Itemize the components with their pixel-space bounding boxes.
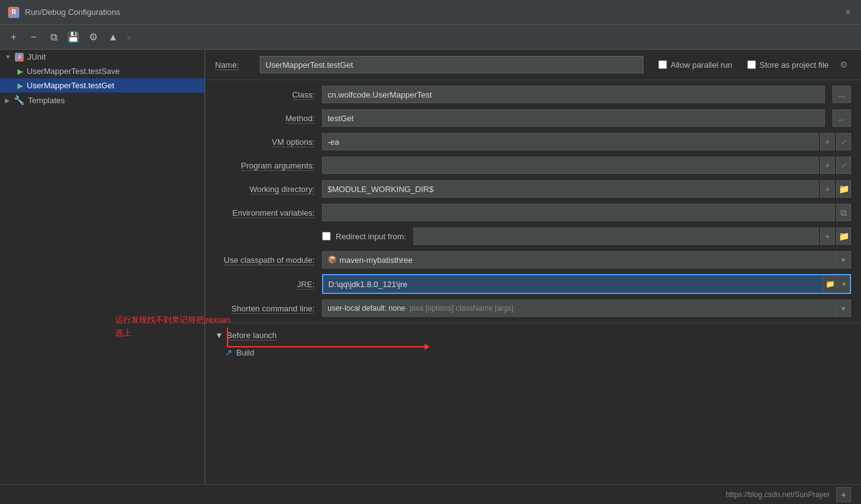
vm-options-input[interactable] [322,133,819,150]
method-row: Method: ... [215,109,851,127]
shorten-cmd-value: user-local default: none - java [options… [322,300,836,317]
program-args-add-button[interactable]: + [820,157,835,174]
working-dir-browse-button[interactable]: 📁 [836,180,851,198]
vm-options-input-group: + ⤢ [322,133,851,150]
parallel-run-checkbox[interactable] [658,60,667,69]
shorten-cmd-dropdown: user-local default: none - java [options… [322,300,851,317]
settings-config-button[interactable]: ⚙ [85,29,102,46]
tree-item-testget[interactable]: ▶ UserMapperTest.testGet [0,78,205,93]
tree-item-testsave-label: UserMapperTest.testSave [27,66,120,76]
store-project-container: Store as project file [747,60,829,70]
before-launch-section: ▼ Before launch ↗ Build [205,323,861,365]
copy-config-button[interactable]: ⧉ [45,29,62,46]
program-args-input-group: + ⤢ [322,157,851,174]
shorten-cmd-row: Shorten command line: user-local default… [215,299,851,318]
shorten-cmd-label: Shorten command line: [215,304,315,313]
redirect-input-label: Redirect input from: [336,232,406,241]
working-dir-label: Working directory: [215,185,315,194]
title-bar-text: Run/Debug Configurations [25,7,120,17]
jre-input[interactable] [323,275,822,293]
env-vars-label: Environment variables: [215,208,315,218]
redirect-input-field[interactable] [413,227,819,245]
save-config-button[interactable]: 💾 [65,29,82,46]
gear-button[interactable]: ⚙ [836,57,851,72]
templates-group[interactable]: ▶ 🔧 Templates [0,93,205,108]
jre-dropdown-button[interactable]: ▼ [837,276,850,292]
method-browse-button[interactable]: ... [832,109,851,127]
name-input[interactable] [260,56,643,73]
env-vars-input-group: ⧉ [322,204,851,221]
shorten-cmd-dropdown-arrow[interactable]: ▼ [836,300,851,317]
jre-input-wrapper: 📁 ▼ [322,274,851,294]
junit-group[interactable]: ▼ J JUnit [0,50,205,64]
working-dir-input[interactable] [322,180,819,198]
build-icon: ↗ [225,347,233,357]
env-vars-row: Environment variables: ⧉ [215,203,851,222]
form-section: Class: ... Method: ... VM options: + ⤢ [205,80,861,323]
remove-config-button[interactable]: − [25,29,42,46]
toolbar: + − ⧉ 💾 ⚙ ▲ » [0,25,861,50]
junit-icon: J [15,53,24,62]
main-layout: ▼ J JUnit ▶ UserMapperTest.testSave ▶ Us… [0,50,861,504]
redirect-browse-button[interactable]: 📁 [836,227,851,245]
before-launch-header[interactable]: ▼ Before launch [215,328,851,342]
vm-options-label: VM options: [215,137,315,147]
program-args-row: Program arguments: + ⤢ [215,156,851,175]
add-bottom-button[interactable]: + [836,487,851,502]
classpath-dropdown: 📦 maven-mybatisthree ▼ [322,251,851,268]
before-launch-content: ↗ Build [215,345,851,360]
classpath-label: Use classpath of module: [215,255,315,265]
junit-label: JUnit [27,52,46,62]
program-args-input[interactable] [322,157,819,174]
redirect-input-row: Redirect input from: + 📁 [215,227,851,245]
redirect-input-checkbox[interactable] [322,232,331,241]
env-vars-copy-button[interactable]: ⧉ [836,204,851,221]
jre-label: JRE: [215,280,315,289]
parallel-run-container: Allow parallel run [658,60,732,70]
class-browse-button[interactable]: ... [832,86,851,103]
build-item: ↗ Build [225,345,851,360]
working-dir-input-group: + 📁 [322,180,851,198]
redirect-add-button[interactable]: + [820,227,835,245]
close-button[interactable]: × [842,7,854,18]
add-config-button[interactable]: + [5,29,22,46]
templates-arrow: ▶ [5,97,10,104]
run-icon-testget: ▶ [17,81,23,90]
class-row: Class: ... [215,85,851,104]
redirect-input-group: + 📁 [413,227,851,245]
class-label: Class: [215,90,315,99]
left-panel: ▼ J JUnit ▶ UserMapperTest.testSave ▶ Us… [0,50,205,504]
name-row: Name: Allow parallel run Store as projec… [205,50,861,80]
classpath-dropdown-arrow[interactable]: ▼ [836,251,851,268]
method-input[interactable] [322,109,825,127]
before-launch-arrow: ▼ [215,331,223,340]
more-options-icon: » [124,32,134,42]
title-bar: R Run/Debug Configurations × [0,0,861,25]
right-panel: Name: Allow parallel run Store as projec… [205,50,861,504]
classpath-row: Use classpath of module: 📦 maven-mybatis… [215,250,851,269]
vm-options-row: VM options: + ⤢ [215,132,851,151]
before-launch-label: Before launch [227,331,277,340]
app-icon: R [7,6,20,19]
env-vars-input[interactable] [322,204,835,221]
tree-item-testsave[interactable]: ▶ UserMapperTest.testSave [0,64,205,78]
class-input[interactable] [322,86,825,103]
program-args-label: Program arguments: [215,161,315,170]
store-project-checkbox[interactable] [747,60,756,69]
vm-options-add-button[interactable]: + [820,133,835,150]
bottom-bar: https://blog.csdn.net/SunPrayer + [0,484,861,504]
working-dir-add-button[interactable]: + [820,180,835,198]
build-label: Build [236,348,254,357]
working-dir-row: Working directory: + 📁 [215,180,851,198]
store-project-label: Store as project file [760,60,829,70]
tree-item-testget-label: UserMapperTest.testGet [27,81,114,90]
program-args-expand-button[interactable]: ⤢ [836,157,851,174]
junit-arrow: ▼ [5,53,11,60]
parallel-run-label: Allow parallel run [671,60,732,70]
classpath-value: 📦 maven-mybatisthree [322,251,836,268]
vm-options-expand-button[interactable]: ⤢ [836,133,851,150]
jre-browse-button[interactable]: 📁 [822,276,837,292]
up-config-button[interactable]: ▲ [104,29,122,46]
url-text: https://blog.csdn.net/SunPrayer [726,490,830,499]
templates-icon: 🔧 [14,95,24,105]
